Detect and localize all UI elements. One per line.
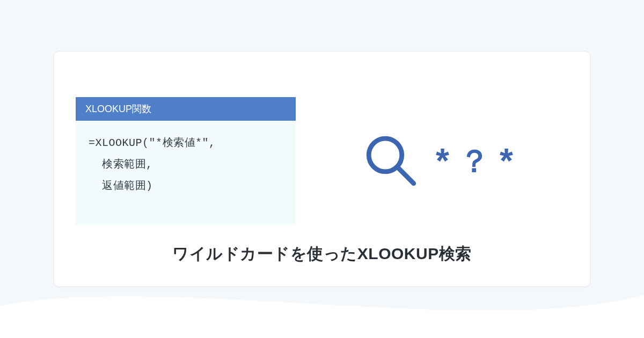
caption: ワイルドカードを使ったXLOOKUP検索 [54,243,590,286]
svg-line-1 [398,168,414,183]
code-line-3: 返値範囲) [89,180,153,192]
content-row: XLOOKUP関数 =XLOOKUP("*検索値*", 検索範囲, 返値範囲) … [54,52,590,243]
code-box-header: XLOOKUP関数 [76,97,296,121]
question-mark-icon: ？ [459,145,490,177]
code-line-1: =XLOOKUP("*検索値*", [89,137,216,149]
wildcard-symbols: * ？ * [436,144,513,178]
asterisk-icon: * [436,144,449,178]
info-card: XLOOKUP関数 =XLOOKUP("*検索値*", 検索範囲, 返値範囲) … [54,51,590,287]
code-box: XLOOKUP関数 =XLOOKUP("*検索値*", 検索範囲, 返値範囲) [76,97,296,225]
asterisk-icon: * [500,144,513,178]
magnifier-icon [362,131,421,190]
graphic-area: * ？ * [317,131,568,190]
code-box-body: =XLOOKUP("*検索値*", 検索範囲, 返値範囲) [76,121,296,225]
code-line-2: 検索範囲, [89,158,153,171]
